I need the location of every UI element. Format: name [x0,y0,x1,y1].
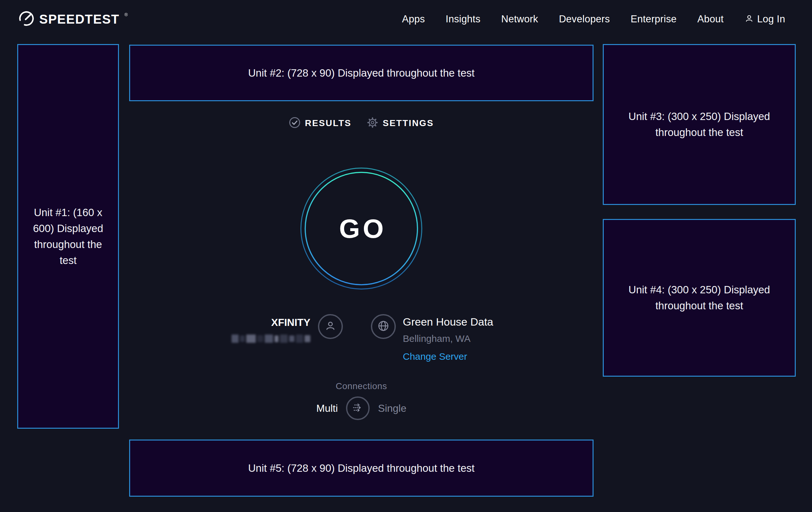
go-button-label: GO [300,167,423,290]
ad-unit-1-label: Unit #1: (160 x 600) Displayed throughou… [27,205,109,268]
connections-label: Connections [336,381,387,392]
isp-badge [318,314,343,339]
person-icon [744,14,754,25]
multi-stream-arrows-icon [351,401,365,416]
brand-wordmark: SPEEDTEST [39,12,119,26]
login-label: Log In [757,14,785,25]
tab-results[interactable]: RESULTS [289,117,351,130]
gear-icon [367,117,378,130]
nav-item-enterprise[interactable]: Enterprise [631,14,676,25]
login-button[interactable]: Log In [744,14,785,25]
speedtest-logo[interactable]: SPEEDTEST ® [18,10,127,28]
ad-unit-3-label: Unit #3: (300 x 250) Displayed throughou… [626,109,773,140]
ad-unit-1[interactable]: Unit #1: (160 x 600) Displayed throughou… [17,44,119,429]
trademark-symbol: ® [124,12,127,17]
tab-settings[interactable]: SETTINGS [367,117,434,130]
check-circle-icon [289,117,300,130]
globe-icon [377,320,389,333]
connections-toggle[interactable] [346,397,370,420]
go-button[interactable]: GO [300,167,423,290]
server-name: Green House Data [403,315,493,328]
tab-settings-label: SETTINGS [383,118,434,128]
tab-results-label: RESULTS [305,118,351,128]
server-location: Bellingham, WA [403,332,470,345]
person-icon [324,320,337,333]
server-block: Green House Data Bellingham, WA Change S… [403,312,508,362]
tabs-row: RESULTS [129,117,593,130]
ad-unit-4-label: Unit #4: (300 x 250) Displayed throughou… [626,282,773,314]
ad-unit-3[interactable]: Unit #3: (300 x 250) Displayed throughou… [603,44,796,205]
connections-section: Connections Multi Sin [129,381,593,420]
connection-info-row: XFINITY [129,312,593,362]
isp-name: XFINITY [271,316,310,329]
connections-option-multi[interactable]: Multi [316,403,338,414]
ad-unit-4[interactable]: Unit #4: (300 x 250) Displayed throughou… [603,219,796,377]
connections-toggle-row: Multi Single [316,397,407,420]
server-badge [371,314,396,339]
redacted-ip-blur [232,333,310,344]
change-server-link[interactable]: Change Server [403,350,467,362]
speedometer-icon [18,10,35,28]
test-panel: RESULTS [129,0,593,512]
nav-item-about[interactable]: About [697,14,724,25]
isp-block: XFINITY [215,312,310,344]
speedtest-page: SPEEDTEST ® Apps Insights Network Develo… [0,0,812,512]
connections-option-single[interactable]: Single [378,403,406,414]
